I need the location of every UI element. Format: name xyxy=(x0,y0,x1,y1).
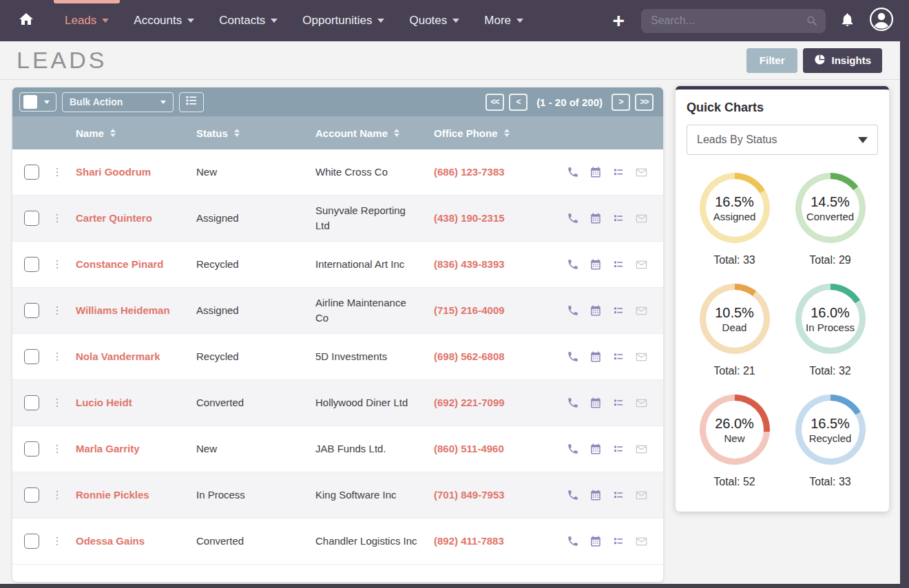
lead-name-link[interactable]: Odessa Gains xyxy=(76,534,145,549)
tasks-list-icon[interactable] xyxy=(612,397,625,410)
lead-phone-link[interactable]: (686) 123-7383 xyxy=(434,166,505,178)
last-page-button[interactable]: >> xyxy=(635,94,654,111)
call-icon[interactable] xyxy=(567,258,579,271)
list-view-button[interactable] xyxy=(179,92,204,112)
row-kebab-menu-icon[interactable] xyxy=(52,445,62,454)
email-icon[interactable] xyxy=(635,166,648,179)
notifications-button[interactable] xyxy=(839,12,855,30)
calendar-icon[interactable] xyxy=(589,166,602,179)
nav-item-opportunities[interactable]: Opportunities xyxy=(290,0,397,41)
nav-item-leads[interactable]: Leads xyxy=(52,0,121,41)
home-button[interactable] xyxy=(0,0,52,41)
nav-item-more[interactable]: More xyxy=(472,0,536,41)
call-icon[interactable] xyxy=(567,350,579,364)
lead-phone-link[interactable]: (692) 221-7099 xyxy=(434,397,505,408)
call-icon[interactable] xyxy=(567,489,579,502)
lead-name-link[interactable]: Shari Goodrum xyxy=(76,165,151,180)
insights-button[interactable]: Insights xyxy=(803,48,882,73)
email-icon[interactable] xyxy=(635,443,648,456)
row-checkbox[interactable] xyxy=(24,534,39,549)
bulk-action-dropdown[interactable]: Bulk Action xyxy=(62,92,174,112)
row-checkbox[interactable] xyxy=(24,441,39,456)
lead-phone-link[interactable]: (836) 439-8393 xyxy=(434,258,505,270)
column-header-office-phone[interactable]: Office Phone xyxy=(434,127,546,139)
lead-name-link[interactable]: Williams Heideman xyxy=(76,303,170,318)
call-icon[interactable] xyxy=(567,166,579,179)
calendar-icon[interactable] xyxy=(589,258,602,271)
tasks-list-icon[interactable] xyxy=(612,212,625,225)
lead-name-link[interactable]: Lucio Heidt xyxy=(76,395,132,410)
tasks-list-icon[interactable] xyxy=(612,166,625,179)
email-icon[interactable] xyxy=(635,304,648,317)
tasks-list-icon[interactable] xyxy=(612,443,625,456)
user-menu-button[interactable] xyxy=(869,7,894,34)
tasks-list-icon[interactable] xyxy=(612,489,625,502)
search-input[interactable] xyxy=(641,9,826,33)
email-icon[interactable] xyxy=(635,397,648,410)
call-icon[interactable] xyxy=(567,397,579,410)
calendar-icon[interactable] xyxy=(589,535,602,548)
tasks-list-icon[interactable] xyxy=(612,258,625,271)
email-icon[interactable] xyxy=(635,489,648,502)
calendar-icon[interactable] xyxy=(589,443,602,456)
calendar-icon[interactable] xyxy=(589,350,602,364)
email-icon[interactable] xyxy=(635,350,648,364)
select-all-checkbox[interactable] xyxy=(23,95,37,109)
chart-type-dropdown[interactable]: Leads By Status xyxy=(687,125,878,155)
lead-name-link[interactable]: Marla Garrity xyxy=(76,441,140,456)
row-checkbox[interactable] xyxy=(24,395,39,410)
next-page-button[interactable]: > xyxy=(612,94,630,111)
email-icon[interactable] xyxy=(635,258,648,271)
lead-name-link[interactable]: Nola Vandermark xyxy=(76,349,160,364)
row-checkbox[interactable] xyxy=(24,257,39,272)
select-all-dropdown[interactable] xyxy=(19,92,56,112)
tasks-list-icon[interactable] xyxy=(612,304,625,317)
lead-phone-link[interactable]: (701) 849-7953 xyxy=(434,489,505,501)
row-checkbox[interactable] xyxy=(24,303,39,318)
calendar-icon[interactable] xyxy=(589,489,602,502)
row-checkbox[interactable] xyxy=(24,165,39,180)
calendar-icon[interactable] xyxy=(589,397,602,410)
filter-button[interactable]: Filter xyxy=(746,48,798,73)
column-header-account-name[interactable]: Account Name xyxy=(315,127,434,139)
row-checkbox[interactable] xyxy=(24,211,39,226)
row-kebab-menu-icon[interactable] xyxy=(52,353,62,361)
lead-phone-link[interactable]: (438) 190-2315 xyxy=(434,212,505,224)
lead-name-link[interactable]: Constance Pinard xyxy=(76,257,164,272)
calendar-icon[interactable] xyxy=(589,212,602,225)
call-icon[interactable] xyxy=(567,535,579,548)
row-kebab-menu-icon[interactable] xyxy=(52,306,62,315)
lead-phone-link[interactable]: (860) 511-4960 xyxy=(434,443,504,454)
nav-item-accounts[interactable]: Accounts xyxy=(121,0,207,41)
lead-name-link[interactable]: Carter Quintero xyxy=(76,211,152,226)
row-kebab-menu-icon[interactable] xyxy=(52,399,62,408)
calendar-icon[interactable] xyxy=(589,304,602,317)
call-icon[interactable] xyxy=(567,212,579,225)
column-header-name[interactable]: Name xyxy=(76,127,196,139)
row-kebab-menu-icon[interactable] xyxy=(52,168,62,177)
quick-create-button[interactable]: + xyxy=(609,10,627,31)
tasks-list-icon[interactable] xyxy=(612,350,625,364)
row-checkbox[interactable] xyxy=(24,487,39,503)
email-icon[interactable] xyxy=(635,212,648,225)
lead-phone-link[interactable]: (715) 216-4009 xyxy=(434,304,505,316)
lead-name-link[interactable]: Ronnie Pickles xyxy=(76,487,149,503)
row-checkbox[interactable] xyxy=(24,349,39,364)
prev-page-button[interactable]: < xyxy=(509,94,527,111)
column-header-status[interactable]: Status xyxy=(196,127,315,139)
row-kebab-menu-icon[interactable] xyxy=(52,214,62,223)
first-page-button[interactable]: << xyxy=(485,94,504,111)
lead-phone-link[interactable]: (892) 411-7883 xyxy=(434,535,504,547)
tasks-list-icon[interactable] xyxy=(612,535,625,548)
row-kebab-menu-icon[interactable] xyxy=(52,537,62,546)
lead-phone-link[interactable]: (698) 562-6808 xyxy=(434,350,505,362)
row-kebab-menu-icon[interactable] xyxy=(52,260,62,269)
top-navbar: LeadsAccountsContactsOpportunitiesQuotes… xyxy=(0,0,909,41)
nav-item-quotes[interactable]: Quotes xyxy=(397,0,472,41)
row-kebab-menu-icon[interactable] xyxy=(52,491,62,500)
email-icon[interactable] xyxy=(635,535,648,548)
page-title: LEADS xyxy=(17,47,107,74)
nav-item-contacts[interactable]: Contacts xyxy=(207,0,290,41)
call-icon[interactable] xyxy=(567,304,579,317)
call-icon[interactable] xyxy=(567,443,579,456)
